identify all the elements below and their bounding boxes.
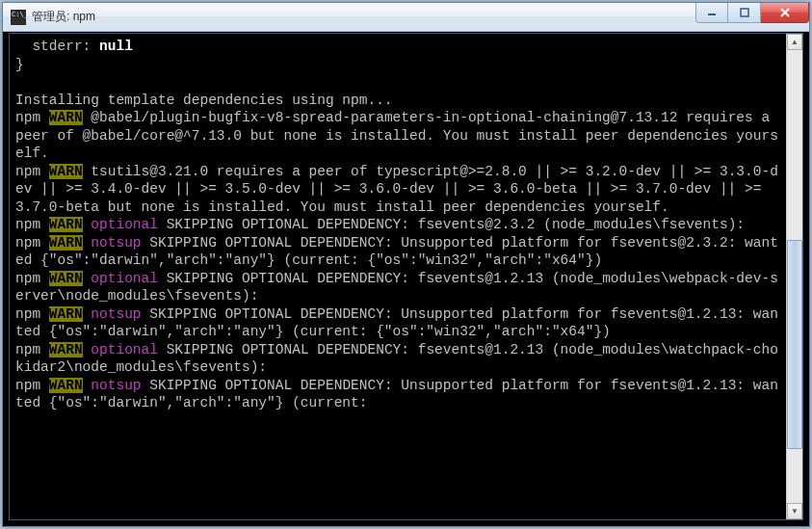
terminal-segment: null <box>99 39 133 54</box>
svg-rect-0 <box>708 13 716 15</box>
terminal-output[interactable]: stderr: null} Installing template depend… <box>10 34 786 519</box>
window-controls <box>695 3 809 23</box>
terminal-line: npm WARN notsup SKIPPING OPTIONAL DEPEND… <box>15 377 780 412</box>
terminal-segment: npm <box>15 110 49 125</box>
terminal-segment: optional <box>91 271 158 286</box>
scrollbar-thumb[interactable] <box>787 240 802 448</box>
close-button[interactable] <box>761 3 809 23</box>
terminal-segment: npm <box>15 306 49 322</box>
terminal-line: Installing template dependencies using n… <box>15 92 780 110</box>
terminal-line: npm WARN optional SKIPPING OPTIONAL DEPE… <box>15 270 780 305</box>
terminal-line: } <box>15 56 780 74</box>
scroll-down-button[interactable]: ▼ <box>787 503 802 519</box>
scroll-up-button[interactable]: ▲ <box>787 34 802 50</box>
cmd-icon <box>11 10 26 25</box>
terminal-line: npm WARN tsutils@3.21.0 requires a peer … <box>15 163 780 217</box>
terminal-segment: npm <box>15 378 49 393</box>
terminal-segment: } <box>15 57 24 72</box>
terminal-segment: stderr: <box>15 39 99 54</box>
minimize-button[interactable] <box>695 3 728 23</box>
terminal-segment: WARN <box>49 110 83 125</box>
svg-rect-1 <box>741 9 748 16</box>
terminal-segment: optional <box>91 217 158 232</box>
terminal-line: npm WARN optional SKIPPING OPTIONAL DEPE… <box>15 216 780 234</box>
terminal-segment: WARN <box>49 342 83 357</box>
terminal-segment: notsup <box>91 306 141 322</box>
close-icon <box>779 7 791 18</box>
minimize-icon <box>707 8 717 17</box>
titlebar[interactable]: 管理员: npm <box>3 3 809 32</box>
content-area: stderr: null} Installing template depend… <box>9 33 803 520</box>
terminal-segment: WARN <box>49 164 83 179</box>
terminal-segment: WARN <box>49 217 83 232</box>
terminal-line: npm WARN @babel/plugin-bugfix-v8-spread-… <box>15 109 780 163</box>
terminal-segment: npm <box>15 235 49 251</box>
terminal-line: npm WARN optional SKIPPING OPTIONAL DEPE… <box>15 341 780 377</box>
window-title: 管理员: npm <box>32 9 95 25</box>
terminal-segment: WARN <box>49 235 83 251</box>
terminal-segment: npm <box>15 164 49 179</box>
terminal-segment: npm <box>15 271 49 286</box>
terminal-window: 管理员: npm stderr: null} Installing templa… <box>2 2 810 527</box>
terminal-segment: tsutils@3.21.0 requires a peer of typesc… <box>15 164 778 215</box>
terminal-segment: WARN <box>49 271 83 286</box>
vertical-scrollbar[interactable]: ▲ ▼ <box>786 34 802 519</box>
terminal-segment: Installing template dependencies using n… <box>15 93 393 108</box>
terminal-segment: @babel/plugin-bugfix-v8-spread-parameter… <box>15 110 778 161</box>
terminal-segment: optional <box>91 342 158 357</box>
maximize-icon <box>740 8 749 17</box>
terminal-line <box>15 73 780 92</box>
scrollbar-track[interactable] <box>787 50 802 503</box>
terminal-segment: notsup <box>91 235 141 251</box>
terminal-line: npm WARN notsup SKIPPING OPTIONAL DEPEND… <box>15 305 780 341</box>
terminal-segment: npm <box>15 342 49 357</box>
terminal-segment: npm <box>15 217 49 232</box>
terminal-segment: WARN <box>49 306 83 322</box>
terminal-line: npm WARN notsup SKIPPING OPTIONAL DEPEND… <box>15 234 780 270</box>
terminal-segment: notsup <box>91 378 141 393</box>
terminal-segment: SKIPPING OPTIONAL DEPENDENCY: fsevents@2… <box>158 217 745 232</box>
terminal-segment: WARN <box>49 378 83 393</box>
maximize-button[interactable] <box>728 3 761 23</box>
terminal-line: stderr: null <box>15 38 780 56</box>
